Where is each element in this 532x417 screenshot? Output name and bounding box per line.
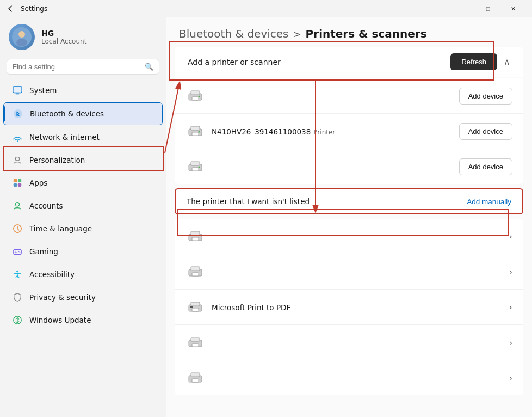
device-info: Microsoft Print to PDF (212, 302, 509, 312)
svg-point-15 (18, 251, 20, 252)
back-button[interactable] (7, 5, 14, 13)
svg-rect-38 (191, 302, 200, 306)
printer-icon (185, 226, 205, 246)
sidebar-item-bluetooth[interactable]: Bluetooth & devices (3, 102, 163, 125)
svg-rect-7 (15, 157, 19, 161)
svg-rect-45 (192, 379, 199, 382)
svg-rect-10 (14, 183, 17, 187)
add-manually-button[interactable]: Add manually (467, 198, 511, 206)
sidebar-label-personalization: Personalization (29, 156, 85, 164)
bluetooth-icon (13, 108, 23, 119)
avatar (9, 24, 35, 50)
sidebar-item-network[interactable]: Network & internet (3, 126, 163, 148)
refresh-label: Refresh (461, 58, 486, 66)
sidebar: HG Local Account 🔍 System Bluetooth & de… (0, 17, 166, 417)
update-icon (12, 315, 23, 326)
svg-rect-3 (13, 87, 22, 93)
svg-point-2 (16, 39, 27, 46)
collapse-button[interactable]: ∧ (504, 57, 510, 67)
breadcrumb: Bluetooth & devices > Printers & scanner… (166, 17, 532, 47)
personalization-icon (12, 155, 23, 165)
svg-point-30 (199, 167, 200, 168)
printer-icon (185, 297, 205, 317)
svg-rect-32 (191, 231, 200, 235)
device-row[interactable]: N410HV26_391461100038 Printer Add device (175, 114, 523, 149)
maximize-button[interactable]: □ (475, 0, 500, 17)
sidebar-item-accessibility[interactable]: Accessibility (3, 263, 163, 285)
svg-rect-39 (192, 308, 199, 311)
printer-icon (185, 262, 205, 281)
sidebar-item-system[interactable]: System (3, 79, 163, 101)
svg-point-16 (20, 252, 21, 253)
breadcrumb-current: Printers & scanners (306, 27, 427, 40)
app-body: HG Local Account 🔍 System Bluetooth & de… (0, 17, 532, 417)
chevron-right-icon: › (509, 267, 512, 277)
svg-point-26 (199, 131, 200, 133)
sidebar-label-accounts: Accounts (29, 201, 63, 210)
printer-icon (185, 157, 205, 176)
sidebar-item-gaming[interactable]: Gaming (3, 241, 163, 262)
bottom-device-row[interactable]: › (175, 219, 523, 254)
printer-icon (185, 333, 205, 352)
device-row[interactable]: Add device (175, 78, 523, 114)
device-name: N410HV26_391461100038 (212, 127, 311, 136)
devices-list: Add device N410HV26_391461100038 Printer (175, 78, 523, 184)
sidebar-label-time: Time & language (29, 224, 92, 233)
close-button[interactable]: ✕ (500, 0, 525, 17)
gaming-icon (12, 246, 23, 257)
device-info: N410HV26_391461100038 Printer (212, 126, 459, 137)
sidebar-item-time[interactable]: Time & language (3, 218, 163, 240)
minimize-button[interactable]: ─ (450, 0, 475, 17)
sidebar-item-personalization[interactable]: Personalization (3, 149, 163, 171)
device-type: Printer (313, 128, 335, 136)
add-printer-row: Add a printer or scanner Refresh ∧ (175, 47, 523, 77)
svg-rect-4 (15, 93, 19, 94)
user-account-type: Local Account (41, 38, 86, 45)
sidebar-item-privacy[interactable]: Privacy & security (3, 286, 163, 308)
svg-point-12 (15, 203, 19, 206)
sidebar-label-bluetooth: Bluetooth & devices (30, 109, 104, 118)
not-listed-row[interactable]: The printer that I want isn't listed Add… (175, 188, 523, 214)
chevron-right-icon: › (509, 338, 512, 348)
bottom-device-row[interactable]: › (175, 254, 523, 290)
device-row[interactable]: Add device (175, 149, 523, 184)
window-controls: ─ □ ✕ (450, 0, 525, 17)
add-device-button-2[interactable]: Add device (459, 123, 512, 140)
chevron-right-icon: › (509, 373, 512, 383)
app-title: Settings (21, 5, 444, 13)
svg-rect-42 (192, 344, 199, 347)
svg-rect-21 (192, 97, 199, 100)
refresh-button[interactable]: Refresh (450, 53, 497, 70)
svg-rect-44 (191, 373, 200, 377)
time-icon (12, 223, 23, 234)
sidebar-item-accounts[interactable]: Accounts (3, 195, 163, 217)
svg-rect-11 (18, 183, 21, 187)
sidebar-item-update[interactable]: Windows Update (3, 309, 163, 331)
sidebar-item-apps[interactable]: Apps (3, 172, 163, 194)
bottom-device-row[interactable]: Microsoft Print to PDF › (175, 290, 523, 325)
breadcrumb-parent[interactable]: Bluetooth & devices (179, 27, 289, 40)
sidebar-label-apps: Apps (29, 179, 47, 187)
svg-rect-33 (192, 237, 199, 241)
svg-point-17 (16, 271, 18, 273)
user-name: HG (41, 29, 86, 38)
sidebar-label-accessibility: Accessibility (29, 270, 75, 279)
bottom-device-row[interactable]: › (175, 325, 523, 360)
svg-rect-35 (191, 267, 200, 271)
sidebar-label-network: Network & internet (29, 133, 100, 142)
search-box[interactable]: 🔍 (7, 59, 159, 75)
accounts-icon (12, 200, 23, 211)
search-icon: 🔍 (145, 63, 153, 71)
svg-rect-8 (14, 179, 17, 182)
search-input[interactable] (13, 63, 140, 71)
add-printer-label: Add a printer or scanner (188, 58, 281, 66)
add-device-button-3[interactable]: Add device (459, 158, 512, 175)
svg-rect-25 (192, 132, 199, 136)
privacy-icon (12, 292, 23, 303)
device-name: Microsoft Print to PDF (212, 303, 290, 312)
add-device-button[interactable]: Add device (459, 88, 512, 105)
bottom-device-row[interactable]: › (175, 360, 523, 395)
svg-point-22 (199, 96, 200, 97)
avatar-image (9, 24, 35, 50)
sidebar-label-gaming: Gaming (29, 247, 58, 256)
